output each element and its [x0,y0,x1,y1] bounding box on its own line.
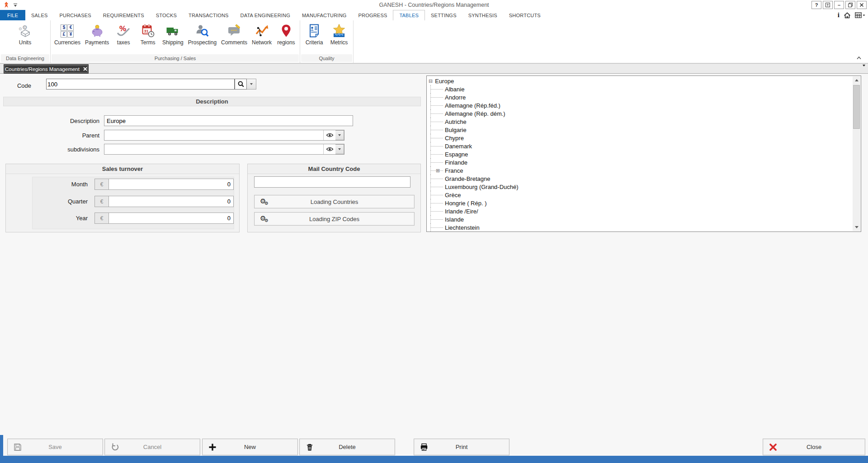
document-tab[interactable]: Countries/Regions Management [4,64,89,74]
tree-item-islande[interactable]: Islande [427,215,853,223]
tree-item-andorre[interactable]: Andorre [427,93,853,101]
tree-item-luxembourg-grand-duch[interactable]: Luxembourg (Grand-Duché) [427,183,853,191]
year-input[interactable] [109,213,234,224]
tree-item-france[interactable]: ⊞France [427,166,853,175]
scroll-up-button[interactable] [853,76,860,84]
ribbon-group-data-engineering: ⚙⚙UnitsData Engineering [0,20,51,63]
quick-access-customize-button[interactable] [14,4,17,7]
menu-tab-progress[interactable]: PROGRESS [353,10,393,20]
menu-tab-purchases[interactable]: PURCHASES [54,10,97,20]
cancel-button[interactable]: Cancel [104,439,200,455]
tree-item-label: Espagne [445,151,468,158]
parent-dropdown-button[interactable] [335,130,344,140]
ribbon-item-criteria[interactable]: Criteria [303,23,325,46]
svg-text:⚙: ⚙ [19,27,22,31]
menu-tab-sales[interactable]: SALES [25,10,53,20]
ribbon-item-comments[interactable]: Comments [220,23,248,46]
collapse-icon[interactable]: ⊟ [429,79,433,84]
ribbon-collapse-button[interactable] [856,53,862,61]
menubar-right-icons: i [838,10,865,20]
tree-item-europe[interactable]: ⊟Europe [427,77,853,85]
month-input[interactable] [109,179,234,190]
regions-icon [278,23,294,38]
tree-item-danemark[interactable]: Danemark [427,142,853,150]
ribbon-item-currencies[interactable]: $€£¥Currencies [53,23,81,46]
loading-zip-codes-button[interactable]: ⚙⚙ Loading ZIP Codes [254,212,415,226]
ribbon-item-prospecting[interactable]: Prospecting [187,23,217,46]
menu-tab-tables[interactable]: TABLES [393,10,425,20]
mail-country-code-input[interactable] [254,176,410,188]
scroll-down-button[interactable] [853,223,860,231]
ribbon-item-shipping[interactable]: Shipping [161,23,184,46]
close-button[interactable] [857,1,867,9]
tree-item-label: France [445,167,463,174]
menu-tab-transactions[interactable]: TRANSACTIONS [183,10,235,20]
info-icon[interactable]: i [838,11,840,19]
parent-view-button[interactable] [323,130,335,140]
tree-item-irlande-eire[interactable]: Irlande /Eire/ [427,207,853,215]
ribbon-item-taxes[interactable]: %taxes [113,23,134,46]
document-tab-strip: Countries/Regions Management [0,63,868,74]
tree-item-chypre[interactable]: Chypre [427,134,853,142]
code-input[interactable] [46,79,235,90]
new-button[interactable]: New [202,439,298,455]
delete-button[interactable]: Delete [299,439,395,455]
save-button[interactable]: Save [7,439,103,455]
tree-item-grande-bretagne[interactable]: Grande-Bretagne [427,175,853,183]
search-button[interactable] [235,79,247,90]
subdivisions-lookup [104,144,344,155]
tree-item-gr-ce[interactable]: Grèce [427,191,853,199]
subdivisions-input[interactable] [104,144,323,154]
subdivisions-view-button[interactable] [323,144,335,154]
tree-item-autriche[interactable]: Autriche [427,118,853,126]
tree-item-bulgarie[interactable]: Bulgarie [427,126,853,134]
tree-item-finlande[interactable]: Finlande [427,158,853,166]
button-label: Save [48,444,62,450]
ribbon-item-network[interactable]: Network [251,23,273,46]
parent-label: Parent [0,132,99,139]
close-button[interactable]: Close [763,439,865,455]
menu-tab-file[interactable]: FILE [0,10,25,20]
menu-tab-data-engineering[interactable]: DATA ENGINEERING [235,10,296,20]
menu-tab-shortcuts[interactable]: SHORTCUTS [503,10,547,20]
minimize-button[interactable]: – [834,1,844,9]
parent-input[interactable] [104,130,323,140]
ribbon-item-regions[interactable]: regions [275,23,297,46]
pin-button[interactable] [823,1,833,9]
grid-icon[interactable] [855,12,865,18]
help-button[interactable]: ? [811,1,821,9]
terms-icon: 31 [140,23,156,38]
tree-item-liechtenstein[interactable]: Liechtenstein [427,223,853,232]
tab-close-icon[interactable] [83,67,87,71]
restore-button[interactable] [845,1,855,9]
ribbon-item-label: Payments [85,39,109,46]
description-input[interactable] [104,115,353,126]
menu-tab-manufacturing[interactable]: MANUFACTURING [296,10,353,20]
sales-turnover-panel: Sales turnover Month € Quarter € Year € [5,164,240,232]
mail-country-code-panel: Mail Country Code ⚙⚙ Loading Countries ⚙… [247,164,421,232]
home-icon[interactable] [844,12,851,19]
shipping-icon [165,23,180,38]
ribbon-item-units[interactable]: ⚙⚙Units [14,23,36,46]
tree-item-allemagne-r-p-f-d[interactable]: Allemagne (Rép.féd.) [427,101,853,109]
menu-tab-stocks[interactable]: STOCKS [150,10,183,20]
tree-scrollbar[interactable] [853,76,860,231]
tree-item-hongrie-r-p[interactable]: Hongrie ( Rép. ) [427,199,853,207]
menu-tab-synthesis[interactable]: SYNTHESIS [462,10,503,20]
ribbon-group-label: Quality [301,54,352,62]
expand-icon[interactable]: ⊞ [436,168,440,173]
scrollbar-thumb[interactable] [853,85,860,129]
tree-item-espagne[interactable]: Espagne [427,150,853,158]
ribbon-item-metrics[interactable]: Metrics [328,23,350,46]
tree-item-allemagne-r-p-d-m[interactable]: Allemagne (Rép. dém.) [427,109,853,118]
menu-tab-requirements[interactable]: REQUIREMENTS [97,10,150,20]
menu-tab-settings[interactable]: SETTINGS [425,10,462,20]
search-options-dropdown[interactable] [247,79,256,90]
ribbon-item-payments[interactable]: Payments [84,23,110,46]
print-button[interactable]: Print [414,439,509,455]
subdivisions-dropdown-button[interactable] [335,144,344,154]
ribbon-item-terms[interactable]: 31Terms [137,23,159,46]
loading-countries-button[interactable]: ⚙⚙ Loading Countries [254,195,415,208]
tree-item-albanie[interactable]: Albanie [427,85,853,93]
quarter-input[interactable] [109,196,234,207]
